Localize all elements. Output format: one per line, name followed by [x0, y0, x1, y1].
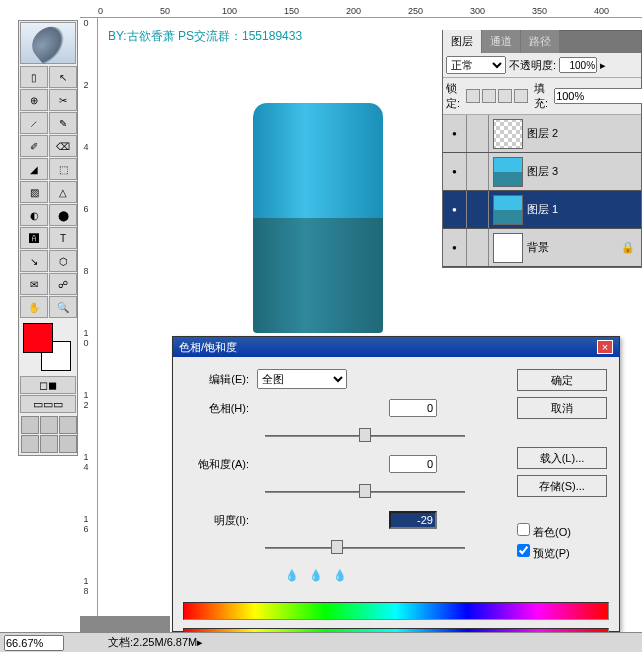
- tool-button[interactable]: ↖: [49, 66, 77, 88]
- tool-button[interactable]: ⌫: [49, 135, 77, 157]
- tab-paths[interactable]: 路径: [521, 30, 559, 53]
- launcher-icon[interactable]: [21, 416, 39, 434]
- artwork-cylinder: [253, 103, 383, 333]
- fill-input[interactable]: [554, 88, 642, 104]
- lock-position-icon[interactable]: [498, 89, 512, 103]
- edit-label: 编辑(E):: [185, 372, 257, 387]
- tool-button[interactable]: ✐: [20, 135, 48, 157]
- tool-button[interactable]: T: [49, 227, 77, 249]
- opacity-input[interactable]: [559, 57, 597, 73]
- eyedropper-plus-icon[interactable]: 💧: [309, 569, 323, 582]
- layer-row[interactable]: 图层 3: [443, 153, 641, 191]
- layers-panel: 图层 通道 路径 正常 不透明度: ▸ 锁定: 填充: ▸ 图层 2图层 3图层…: [442, 30, 642, 268]
- lock-transparency-icon[interactable]: [466, 89, 480, 103]
- toolbox: ▯↖⊕✂⟋✎✐⌫◢⬚▨△◐⬤🅰T↘⬡✉☍✋🔍 ◻◼ ▭▭▭: [18, 20, 78, 456]
- preview-check[interactable]: 预览(P): [517, 544, 607, 561]
- sat-label: 饱和度(A):: [185, 457, 257, 472]
- hue-slider[interactable]: [265, 427, 465, 447]
- fill-label: 填充:: [534, 81, 548, 111]
- tool-button[interactable]: 🔍: [49, 296, 77, 318]
- light-input[interactable]: [389, 511, 437, 529]
- quickmask-toggle[interactable]: ◻◼: [20, 376, 76, 394]
- tool-button[interactable]: ⊕: [20, 89, 48, 111]
- save-button[interactable]: 存储(S)...: [517, 475, 607, 497]
- dropdown-icon[interactable]: ▸: [600, 59, 606, 72]
- layer-thumb: [493, 119, 523, 149]
- tool-button[interactable]: ◢: [20, 158, 48, 180]
- layer-name: 图层 2: [527, 126, 558, 141]
- visibility-icon[interactable]: [443, 115, 467, 152]
- load-button[interactable]: 载入(L)...: [517, 447, 607, 469]
- launcher-icon[interactable]: [59, 435, 77, 453]
- link-cell[interactable]: [467, 191, 489, 228]
- tool-button[interactable]: ✉: [20, 273, 48, 295]
- scrollbar[interactable]: [80, 616, 170, 632]
- screenmode-toggle[interactable]: ▭▭▭: [20, 395, 76, 413]
- layer-thumb: [493, 233, 523, 263]
- tool-button[interactable]: ⟋: [20, 112, 48, 134]
- zoom-input[interactable]: [4, 635, 64, 651]
- lock-pixels-icon[interactable]: [482, 89, 496, 103]
- eyedropper-minus-icon[interactable]: 💧: [333, 569, 347, 582]
- doc-size: 文档:2.25M/6.87M: [108, 635, 197, 650]
- light-slider[interactable]: [265, 539, 465, 559]
- link-cell[interactable]: [467, 153, 489, 190]
- hue-spectrum: [183, 602, 609, 620]
- light-label: 明度(I):: [185, 513, 257, 528]
- horizontal-ruler: 050100150200250300350400: [80, 0, 642, 18]
- edit-select[interactable]: 全图: [257, 369, 347, 389]
- hue-saturation-dialog: 色相/饱和度 × 编辑(E): 全图 色相(H): 饱和度(A): 明度(I):: [172, 336, 620, 632]
- hue-label: 色相(H):: [185, 401, 257, 416]
- sat-input[interactable]: [389, 455, 437, 473]
- layer-row[interactable]: 图层 2: [443, 115, 641, 153]
- tab-layers[interactable]: 图层: [443, 30, 481, 53]
- visibility-icon[interactable]: [443, 153, 467, 190]
- launcher-icon[interactable]: [40, 416, 58, 434]
- eyedropper-icon[interactable]: 💧: [285, 569, 299, 582]
- tool-button[interactable]: ▨: [20, 181, 48, 203]
- layer-row[interactable]: 图层 1: [443, 191, 641, 229]
- app-launcher: [19, 414, 77, 455]
- layer-name: 图层 3: [527, 164, 558, 179]
- layer-name: 背景: [527, 240, 549, 255]
- tool-button[interactable]: 🅰: [20, 227, 48, 249]
- ok-button[interactable]: 确定: [517, 369, 607, 391]
- blend-mode-select[interactable]: 正常: [446, 56, 506, 74]
- tool-button[interactable]: ✂: [49, 89, 77, 111]
- hue-input[interactable]: [389, 399, 437, 417]
- link-cell[interactable]: [467, 115, 489, 152]
- tool-button[interactable]: △: [49, 181, 77, 203]
- foreground-color[interactable]: [23, 323, 53, 353]
- dropdown-icon[interactable]: ▸: [197, 636, 203, 649]
- brush-preview: [20, 22, 76, 64]
- layer-row[interactable]: 背景🔒: [443, 229, 641, 267]
- tool-button[interactable]: ◐: [20, 204, 48, 226]
- color-swatches: [19, 319, 77, 375]
- tool-button[interactable]: ⬚: [49, 158, 77, 180]
- launcher-icon[interactable]: [59, 416, 77, 434]
- credit-text: BY:古欲香萧 PS交流群：155189433: [108, 28, 302, 45]
- colorize-check[interactable]: 着色(O): [517, 523, 607, 540]
- tab-channels[interactable]: 通道: [482, 30, 520, 53]
- tool-button[interactable]: ⬤: [49, 204, 77, 226]
- lock-icon: 🔒: [621, 241, 635, 254]
- status-bar: 文档:2.25M/6.87M ▸: [0, 632, 642, 652]
- launcher-icon[interactable]: [21, 435, 39, 453]
- launcher-icon[interactable]: [40, 435, 58, 453]
- visibility-icon[interactable]: [443, 229, 467, 266]
- tool-button[interactable]: ⬡: [49, 250, 77, 272]
- cancel-button[interactable]: 取消: [517, 397, 607, 419]
- layer-list: 图层 2图层 3图层 1背景🔒: [443, 115, 641, 267]
- tool-button[interactable]: ▯: [20, 66, 48, 88]
- tool-button[interactable]: ☍: [49, 273, 77, 295]
- lock-all-icon[interactable]: [514, 89, 528, 103]
- tool-button[interactable]: ✋: [20, 296, 48, 318]
- tool-button[interactable]: ✎: [49, 112, 77, 134]
- close-icon[interactable]: ×: [597, 340, 613, 354]
- visibility-icon[interactable]: [443, 191, 467, 228]
- sat-slider[interactable]: [265, 483, 465, 503]
- tool-button[interactable]: ↘: [20, 250, 48, 272]
- vertical-ruler: 024681012141618: [80, 18, 98, 632]
- link-cell[interactable]: [467, 229, 489, 266]
- dialog-titlebar[interactable]: 色相/饱和度 ×: [173, 337, 619, 357]
